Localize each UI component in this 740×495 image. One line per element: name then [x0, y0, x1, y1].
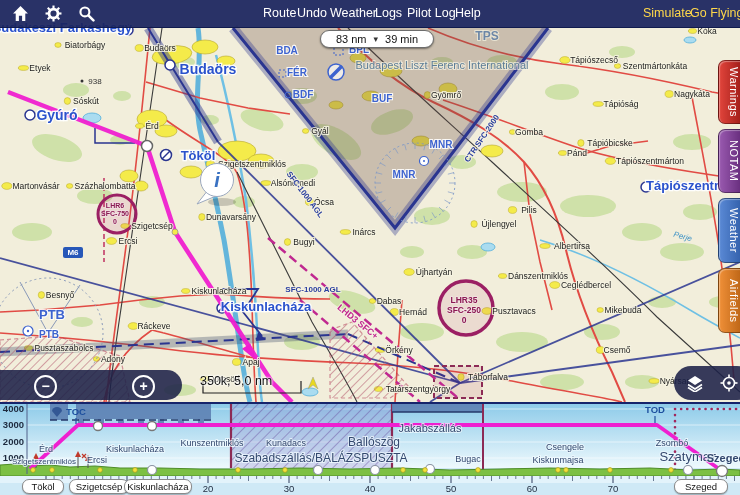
profile-place-label: Kiskunmajsa [532, 455, 583, 465]
map-misc-label: 938 [88, 77, 102, 86]
map-town-label: Martonvásár [12, 181, 59, 191]
profile-place-label: Szeged [707, 452, 740, 464]
map-town-label: Szentmártonkáta [623, 61, 688, 71]
map-town-label: Pusztaszabolcs [34, 343, 93, 353]
gear-icon[interactable] [45, 5, 62, 22]
route-waypoint-dot [142, 141, 153, 152]
map-town-label: Bugyi [293, 237, 314, 247]
profile-distance-tick: 60 [527, 483, 538, 494]
app-window: BiatorbágyBudaörsEtyekSóskútÉrdMartonvás… [0, 0, 740, 495]
waypoint-button-szigetcsép[interactable]: Szigetcsép [69, 479, 129, 494]
profile-place-label: Jakabszállás [399, 422, 462, 434]
search-icon[interactable] [78, 5, 95, 22]
tab-weather[interactable]: Weather [718, 198, 740, 263]
restricted-area-label: SFC-250 [447, 305, 481, 315]
route-time: 39 min [385, 33, 418, 45]
map-town-label: Budaörs [144, 43, 176, 53]
map-town-label: Kiskunlacháza [192, 286, 247, 296]
tab-notam[interactable]: NOTAM [718, 129, 740, 193]
map-airspace-label: SFC-1000 AGL [285, 285, 340, 294]
profile-toc-marker: TOC [66, 406, 86, 417]
map-navaid-label: BUF [372, 93, 393, 104]
map-town-label: Örkény [385, 345, 413, 355]
menu-item-help[interactable]: Help [455, 6, 481, 20]
map-airfield-label: Kiskunlacháza [221, 299, 312, 314]
map-town-label: Hernád [399, 307, 427, 317]
locate-icon[interactable] [720, 374, 738, 392]
restricted-area-label: LHR35 [451, 295, 478, 305]
map-town-label: Pilis [521, 205, 537, 215]
map-town-label: Pánd [567, 148, 587, 158]
map-town-label: Tápióbicske [587, 138, 633, 148]
map-town-label: Ceglédbercel [561, 280, 611, 290]
profile-place-label: Zsombó [656, 438, 689, 448]
zoom-control-pill: − + [0, 370, 182, 400]
profile-place-label: Ercsi [87, 455, 107, 465]
profile-altitude-tick: 2000 [3, 436, 24, 447]
profile-tod-marker: TOD [645, 404, 665, 415]
waypoint-button-tököl[interactable]: Tököl [22, 479, 64, 494]
map-town-label: Tápiószecső [570, 55, 618, 65]
restricted-area-label: 0 [113, 218, 117, 225]
map-town-label: Pusztavacs [492, 306, 535, 316]
go-flying-button[interactable]: Go Flying [690, 6, 740, 20]
waypoint-button-kiskunlacháza[interactable]: Kiskunlacháza [124, 479, 192, 494]
profile-distance-tick: 30 [284, 483, 295, 494]
zoom-out-button[interactable]: − [34, 375, 57, 398]
profile-place-label: Szabadszállás/BALÁZSPUSZTA [234, 450, 407, 465]
map-town-label: Szigetcsép [131, 221, 173, 231]
map-town-label: Adony [101, 354, 126, 364]
layers-icon[interactable] [686, 374, 704, 392]
map-town-label: Dunavarsány [206, 212, 257, 222]
tma-label: TPS [475, 29, 498, 43]
profile-place-label: Bugac [455, 454, 481, 464]
map-navaid-label: BDF [293, 89, 314, 100]
map-town-label: Dánszentmiklós [508, 271, 568, 281]
map-town-label: Tatárszentgyörgy [386, 384, 451, 394]
top-bar: Route Undo Weather Logs Pilot Log Help S… [0, 0, 740, 28]
restricted-area-label: 0 [462, 315, 467, 325]
home-icon[interactable] [12, 5, 29, 22]
map-town-label: Besnyő [46, 290, 75, 300]
map-town-label: Apaj [242, 357, 259, 367]
map-scale-label: 350k, 5,0 nm [200, 374, 272, 388]
map-airfield-label: Tököl [181, 148, 216, 163]
profile-place-label: Csengele [546, 442, 584, 452]
elevation-profile-panel[interactable]: 400030002000100020304050607080TOCTODSzig… [0, 402, 740, 495]
tab-airfields[interactable]: Airfields [718, 268, 740, 333]
map-town-label: Újhartyán [416, 267, 453, 277]
profile-distance-tick: 50 [446, 483, 457, 494]
waypoint-button-szeged[interactable]: Szeged [674, 479, 728, 494]
map-navaid-label: FÉR [287, 66, 308, 78]
map-town-label: Százhalombatta [75, 181, 136, 191]
route-summary-pill[interactable]: 83 nm ▾ 39 min [320, 30, 434, 48]
map-town-label: Albertirsa [554, 241, 590, 251]
map-airfield-label: Gyúró [36, 107, 77, 123]
map-controls-pill [674, 366, 740, 400]
zoom-in-button[interactable]: + [132, 375, 155, 398]
menu-item-route[interactable]: Route [263, 6, 296, 20]
map-town-label: Mikebuda [605, 305, 642, 315]
restricted-area-label: SFC-750 [101, 210, 129, 217]
profile-place-label: Kunszentmiklós [180, 438, 244, 448]
map-town-label: Dabas [377, 296, 402, 306]
map-town-label: Ráckeve [137, 321, 170, 331]
map-navaid-label: BDA [276, 45, 298, 56]
caret-down-icon[interactable]: ▾ [374, 35, 379, 44]
menu-item-undo[interactable]: Undo [297, 6, 327, 20]
map-navaid-label: PTB [39, 329, 59, 340]
map-canvas[interactable]: BiatorbágyBudaörsEtyekSóskútÉrdMartonvás… [0, 0, 740, 402]
menu-item-pilot-log[interactable]: Pilot Log [407, 6, 456, 20]
map-town-label: Inárcs [352, 227, 375, 237]
map-navaid-label: PTB [39, 307, 65, 322]
simulate-button[interactable]: Simulate [643, 6, 692, 20]
menu-item-weather[interactable]: Weather [330, 6, 377, 20]
info-icon[interactable]: i [214, 169, 220, 191]
map-navaid-label: MNR [430, 139, 454, 150]
profile-place-label: Kunadacs [266, 438, 307, 448]
profile-distance-tick: 20 [203, 483, 214, 494]
tab-warnings[interactable]: Warnings [718, 60, 740, 124]
profile-place-label: Kiskunlacháza [106, 444, 164, 454]
menu-item-logs[interactable]: Logs [375, 6, 402, 20]
map-town-label: Újlengyel [482, 219, 517, 229]
